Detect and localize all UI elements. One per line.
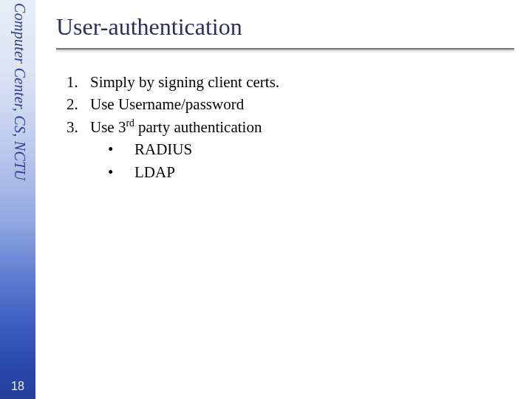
list-number: 1. (66, 71, 83, 93)
list-text: Simply by signing client certs. (90, 71, 279, 93)
list-text-part: Use 3 (90, 118, 126, 136)
list-item: 3. Use 3rd party authentication (66, 116, 514, 138)
sidebar-org-text: Computer Center, CS, NCTU (11, 3, 28, 24)
bullet-icon: • (108, 138, 118, 160)
ordinal-superscript: rd (126, 117, 134, 129)
sub-list: • RADIUS • LDAP (66, 138, 514, 183)
ordered-list: 1. Simply by signing client certs. 2. Us… (56, 71, 514, 183)
sub-list-item: • LDAP (108, 161, 514, 183)
list-item: 2. Use Username/password (66, 93, 514, 115)
sub-list-item: • RADIUS (108, 138, 514, 160)
slide-content: User-authentication 1. Simply by signing… (35, 0, 532, 399)
title-divider (56, 48, 514, 50)
bullet-icon: • (108, 161, 118, 183)
slide-title: User-authentication (56, 13, 514, 41)
sub-list-text: LDAP (134, 161, 175, 183)
page-number: 18 (0, 380, 35, 393)
sub-list-text: RADIUS (134, 138, 192, 160)
list-text-part: party authentication (134, 118, 262, 136)
sidebar: Computer Center, CS, NCTU 18 (0, 0, 35, 399)
list-number: 3. (66, 116, 83, 138)
list-text: Use 3rd party authentication (90, 116, 262, 138)
list-number: 2. (66, 93, 83, 115)
list-item: 1. Simply by signing client certs. (66, 71, 514, 93)
list-text: Use Username/password (90, 93, 244, 115)
